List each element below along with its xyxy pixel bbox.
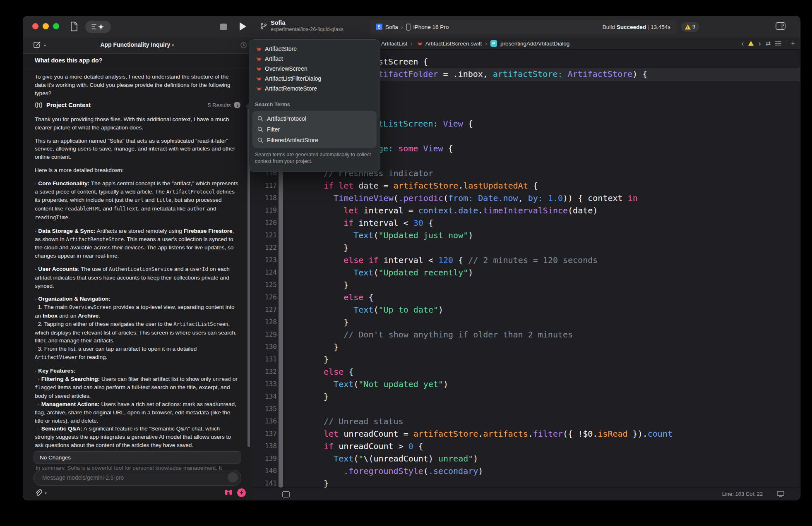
history-icon[interactable] bbox=[240, 42, 247, 50]
project-status[interactable]: Sofia experimental/ios-26-liquid-glass bbox=[260, 19, 344, 33]
code-line[interactable]: 138if unreadCount > 0 { bbox=[251, 440, 800, 452]
back-icon[interactable]: ‹ bbox=[741, 39, 744, 48]
conversation-title[interactable]: App Functionality Inquiry ▾ bbox=[23, 41, 251, 48]
code-line[interactable]: 124 Text("Updated recently") bbox=[251, 266, 800, 279]
send-button[interactable] bbox=[228, 472, 238, 483]
line-number[interactable]: 130 bbox=[251, 341, 277, 353]
code-line[interactable]: 136// Unread status bbox=[251, 415, 800, 428]
breadcrumb-symbol[interactable]: presentingAddArtifactDialog bbox=[500, 41, 569, 47]
line-number[interactable]: 124 bbox=[251, 266, 277, 279]
warnings-badge[interactable]: 9 bbox=[681, 22, 699, 32]
line-number[interactable]: 127 bbox=[251, 304, 277, 316]
minimize-window-button[interactable] bbox=[43, 23, 49, 29]
context-file-item[interactable]: OverviewScreen bbox=[249, 64, 380, 74]
context-file-item[interactable]: ArtifactStore bbox=[249, 44, 380, 54]
code-line[interactable]: 141} bbox=[251, 477, 800, 488]
line-number[interactable]: 133 bbox=[251, 378, 277, 390]
code-line[interactable]: 132else { bbox=[251, 366, 800, 378]
line-number[interactable]: 126 bbox=[251, 291, 277, 304]
attach-icon[interactable] bbox=[34, 488, 42, 498]
code-line[interactable]: 140 .foregroundStyle(.secondary) bbox=[251, 465, 800, 477]
line-number[interactable]: 139 bbox=[251, 452, 277, 465]
add-editor-icon[interactable]: + bbox=[791, 39, 795, 48]
context-file-item[interactable]: ArtifactListFilterDialog bbox=[249, 74, 380, 84]
code-line[interactable]: 133 Text("Not updated yet") bbox=[251, 378, 800, 390]
code-line[interactable]: 117if let date = artifactStore.lastUpdat… bbox=[251, 179, 800, 192]
line-number[interactable]: 134 bbox=[251, 390, 277, 403]
context-binoculars-icon[interactable] bbox=[224, 489, 233, 497]
code-line[interactable]: 125 } bbox=[251, 279, 800, 291]
line-number[interactable]: 117 bbox=[251, 179, 277, 192]
stop-button[interactable] bbox=[220, 24, 227, 30]
line-number[interactable]: 128 bbox=[251, 316, 277, 328]
line-number[interactable]: 125 bbox=[251, 279, 277, 291]
code-fragment[interactable]: stScreen { bbox=[378, 55, 428, 68]
line-number[interactable]: 123 bbox=[251, 254, 277, 266]
code-line[interactable]: 126 else { bbox=[251, 291, 800, 304]
info-icon[interactable]: i bbox=[234, 102, 240, 108]
line-number[interactable]: 135 bbox=[251, 403, 277, 415]
line-number[interactable]: 122 bbox=[251, 241, 277, 254]
code-fragment[interactable]: ge: some View { bbox=[378, 142, 453, 155]
scheme-selector[interactable]: S Sofia › iPhone 16 Pro Build Succeeded … bbox=[370, 20, 677, 34]
code-line[interactable]: 123 else if interval < 120 { // 2 minute… bbox=[251, 254, 800, 266]
code-fragment[interactable]: tListScreen: View { bbox=[378, 117, 473, 130]
line-number[interactable]: 119 bbox=[251, 204, 277, 217]
line-number[interactable]: 120 bbox=[251, 217, 277, 229]
breadcrumb-file[interactable]: ArtifactListScreen.swift bbox=[425, 41, 482, 47]
line-number[interactable]: 137 bbox=[251, 428, 277, 440]
breadcrumb-group[interactable]: ArtifactList bbox=[381, 41, 407, 47]
code-line[interactable]: 137let unreadCount = artifactStore.artif… bbox=[251, 428, 800, 440]
code-line[interactable]: 128 } bbox=[251, 316, 800, 328]
code-line[interactable]: 119 let interval = context.date.timeInte… bbox=[251, 204, 800, 217]
line-list-icon[interactable] bbox=[775, 41, 781, 46]
ai-assistant-button[interactable] bbox=[85, 21, 111, 33]
auto-apply-icon[interactable] bbox=[237, 488, 246, 497]
forward-icon[interactable]: › bbox=[758, 39, 761, 48]
build-status[interactable]: Build Succeeded | 13.454s bbox=[603, 24, 677, 30]
zoom-window-button[interactable] bbox=[53, 23, 59, 29]
inspector-toggle-icon[interactable] bbox=[776, 22, 786, 32]
line-number[interactable]: 131 bbox=[251, 353, 277, 366]
line-number[interactable]: 136 bbox=[251, 415, 277, 428]
project-context-row[interactable]: Project Context 5 Results i bbox=[35, 102, 240, 108]
scheme-name[interactable]: Sofia bbox=[385, 24, 398, 30]
chevron-down-icon[interactable]: ▾ bbox=[45, 491, 47, 495]
context-file-item[interactable]: Artifact bbox=[249, 54, 380, 64]
display-icon[interactable] bbox=[777, 491, 784, 499]
code-line[interactable]: 135 bbox=[251, 403, 800, 415]
editor-mode-icon[interactable] bbox=[282, 491, 290, 497]
code-line[interactable]: 131} bbox=[251, 353, 800, 366]
context-file-item[interactable]: ArtifactRemoteStore bbox=[249, 84, 380, 93]
new-document-icon[interactable] bbox=[70, 22, 78, 33]
code-line[interactable]: 127 Text("Up to date") bbox=[251, 304, 800, 316]
search-icon bbox=[257, 127, 263, 132]
swap-editor-icon[interactable]: ⇄ bbox=[765, 40, 771, 47]
run-destination[interactable]: iPhone 16 Pro bbox=[413, 24, 449, 30]
code-fragment[interactable]: tifactFolder = .inbox, artifactStore: Ar… bbox=[378, 68, 647, 80]
line-number[interactable]: 141 bbox=[251, 477, 277, 488]
code-line[interactable]: 120 if interval < 30 { bbox=[251, 217, 800, 229]
run-button[interactable] bbox=[240, 22, 246, 31]
code-line[interactable]: 121 Text("Updated just now") bbox=[251, 229, 800, 241]
line-number[interactable]: 140 bbox=[251, 465, 277, 477]
build-status-label: Build bbox=[603, 24, 615, 30]
code-line[interactable]: 134} bbox=[251, 390, 800, 403]
line-number[interactable]: 118 bbox=[251, 192, 277, 204]
issue-warning-icon[interactable] bbox=[748, 41, 754, 46]
code-line[interactable]: 129 // Don't show anything if older than… bbox=[251, 328, 800, 341]
line-number[interactable]: 129 bbox=[251, 328, 277, 341]
code-line[interactable]: 118 TimelineView(.periodic(from: Date.no… bbox=[251, 192, 800, 204]
no-changes-bar[interactable]: No Changes bbox=[34, 451, 241, 464]
close-window-button[interactable] bbox=[32, 23, 38, 29]
code-line[interactable]: 122 } bbox=[251, 241, 800, 254]
line-number[interactable]: 138 bbox=[251, 440, 277, 452]
chat-input[interactable] bbox=[41, 474, 217, 481]
line-number[interactable]: 132 bbox=[251, 366, 277, 378]
code-line[interactable]: 139 Text("\(unreadCount) unread") bbox=[251, 452, 800, 465]
code-line[interactable]: 130 } bbox=[251, 341, 800, 353]
line-number[interactable]: 121 bbox=[251, 229, 277, 241]
code-area[interactable]: 116// Freshness indicator117if let date … bbox=[251, 167, 800, 488]
assistant-paragraph: · Semantic Q&A: A significant feature is… bbox=[35, 425, 240, 449]
code-text: // Unread status bbox=[324, 415, 404, 428]
